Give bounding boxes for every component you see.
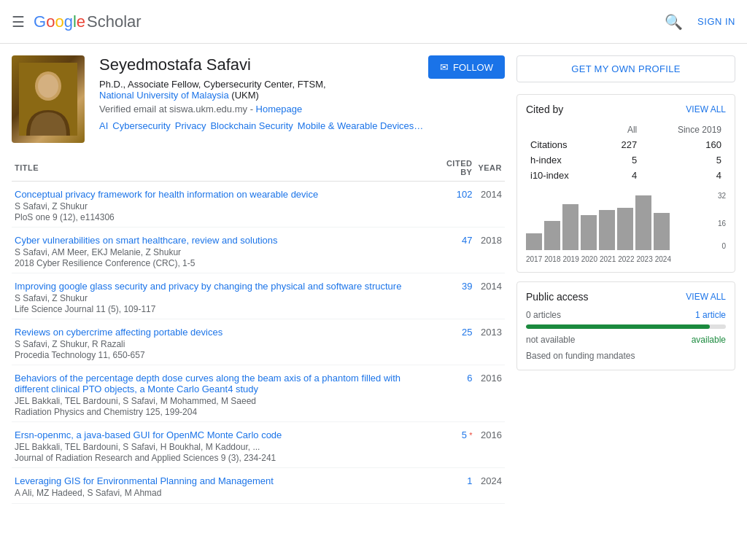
- col-year: YEAR: [475, 155, 505, 182]
- pub-title-link[interactable]: Improving google glass security and priv…: [15, 281, 432, 292]
- interest-cybersecurity[interactable]: Cybersecurity: [112, 120, 170, 131]
- pub-title-cell: Cyber vulnerabilities on smart healthcar…: [12, 228, 435, 273]
- sign-in-button[interactable]: SIGN IN: [697, 16, 735, 27]
- access-left-count: 0 articles: [526, 310, 561, 320]
- interest-blockchain[interactable]: Blockchain Security: [210, 120, 293, 131]
- search-icon[interactable]: 🔍: [665, 13, 683, 31]
- pub-cited-by[interactable]: 5 *: [435, 422, 476, 468]
- access-right-count: 1 article: [695, 310, 726, 320]
- pub-year: 2014: [475, 182, 505, 228]
- public-access-header: Public access VIEW ALL: [526, 291, 726, 303]
- profile-header: Seyedmostafa Safavi ✉ FOLLOW Ph.D., Asso…: [12, 55, 505, 143]
- pub-authors: A Ali, MZ Hadeed, S Safavi, M Ahmad: [15, 488, 432, 498]
- stats-cell-label: h-index: [526, 152, 602, 168]
- pub-title-link[interactable]: Cyber vulnerabilities on smart healthcar…: [15, 235, 432, 246]
- bar-wrap: [544, 221, 560, 250]
- cited-by-title: Cited by: [526, 104, 563, 115]
- bar-year-label: 2020: [581, 255, 597, 263]
- public-access-title: Public access: [526, 291, 589, 303]
- pub-title-cell: Behaviors of the percentage depth dose c…: [12, 365, 435, 422]
- interest-privacy[interactable]: Privacy: [175, 120, 206, 131]
- access-labels: not available available: [526, 335, 726, 345]
- bar-year-label: 2023: [637, 255, 653, 263]
- right-panel: GET MY OWN PROFILE Cited by VIEW ALL All…: [516, 55, 735, 504]
- interest-ai[interactable]: AI: [99, 120, 108, 131]
- get-own-profile-button[interactable]: GET MY OWN PROFILE: [516, 55, 735, 82]
- pub-title-link[interactable]: Conceptual privacy framework for health …: [15, 189, 432, 200]
- bar-year-label: 2018: [544, 255, 560, 263]
- pub-title-link[interactable]: Leveraging GIS for Environmental Plannin…: [15, 475, 432, 486]
- pub-authors: S Safavi, AM Meer, EKJ Melanie, Z Shukur: [15, 247, 432, 257]
- bar-year-label: 2021: [600, 255, 616, 263]
- pub-cited-by[interactable]: 102: [435, 182, 476, 228]
- not-available-label: not available: [526, 335, 575, 345]
- avatar: [12, 55, 85, 143]
- bar-wrap: [581, 215, 597, 250]
- table-row: Reviews on cybercrime affecting portable…: [12, 319, 505, 365]
- bar-label-wrap: 2020: [581, 253, 597, 263]
- pub-authors: S Safavi, Z Shukur: [15, 201, 432, 211]
- pub-authors: JEL Bakkali, TEL Bardouni, S Safavi, M M…: [15, 396, 432, 406]
- pub-title-cell: Leveraging GIS for Environmental Plannin…: [12, 468, 435, 504]
- chart-bar: [617, 208, 633, 250]
- avatar-image: [12, 55, 85, 143]
- pub-venue: Procedia Technology 11, 650-657: [15, 350, 432, 360]
- stats-cell-since: 5: [641, 152, 726, 168]
- stats-cell-all: 5: [602, 152, 641, 168]
- pub-cited-by[interactable]: 6: [435, 365, 476, 422]
- public-access-view-all[interactable]: VIEW ALL: [686, 292, 726, 302]
- bar-wrap: [654, 213, 670, 250]
- table-row: Behaviors of the percentage depth dose c…: [12, 365, 505, 422]
- funding-note: Based on funding mandates: [526, 351, 726, 361]
- chart-bar: [526, 233, 542, 250]
- chart-mid-label: 16: [718, 219, 726, 228]
- profile-affiliation: Ph.D., Associate Fellow, Cybersecurity C…: [99, 79, 505, 101]
- pub-venue: Radiation Physics and Chemistry 125, 199…: [15, 407, 432, 417]
- pub-title-link[interactable]: Behaviors of the percentage depth dose c…: [15, 373, 432, 394]
- cited-by-view-all[interactable]: VIEW ALL: [686, 104, 726, 114]
- profile-name: Seyedmostafa Safavi: [99, 55, 251, 74]
- menu-icon[interactable]: ☰: [12, 13, 25, 31]
- main-content: Seyedmostafa Safavi ✉ FOLLOW Ph.D., Asso…: [0, 44, 747, 516]
- bar-wrap: [617, 208, 633, 250]
- envelope-icon: ✉: [440, 61, 449, 73]
- interest-mobile[interactable]: Mobile & Wearable Devices…: [298, 120, 423, 131]
- col-title: TITLE: [12, 155, 435, 182]
- profile-info: Seyedmostafa Safavi ✉ FOLLOW Ph.D., Asso…: [99, 55, 505, 131]
- col-cited-by: CITED BY: [435, 155, 476, 182]
- access-counts-row: 0 articles 1 article: [526, 310, 726, 320]
- pub-title-cell: Conceptual privacy framework for health …: [12, 182, 435, 228]
- pub-cited-by[interactable]: 25: [435, 319, 476, 365]
- stats-cell-since: 160: [641, 137, 726, 152]
- stats-cell-all: 4: [602, 168, 641, 183]
- chart-min-label: 0: [721, 242, 726, 250]
- pub-cited-by[interactable]: 39: [435, 273, 476, 319]
- stats-cell-since: 4: [641, 168, 726, 183]
- pub-venue: 2018 Cyber Resilience Conference (CRC), …: [15, 258, 432, 268]
- follow-label: FOLLOW: [453, 62, 493, 73]
- cited-by-section: Cited by VIEW ALL All Since 2019 Citatio…: [516, 94, 735, 273]
- homepage-link[interactable]: Homepage: [256, 104, 303, 114]
- bar-year-label: 2017: [526, 255, 542, 263]
- bar-wrap: [635, 195, 651, 250]
- logo-o2: o: [55, 12, 63, 31]
- bar-wrap: [526, 233, 542, 250]
- pub-title-link[interactable]: Ersn-openmc, a java-based GUI for OpenMC…: [15, 429, 432, 440]
- bar-year-label: 2022: [618, 255, 634, 263]
- bar-label-wrap: 2017: [526, 253, 542, 263]
- app-logo[interactable]: Google Scholar: [34, 12, 142, 31]
- pub-cited-by[interactable]: 47: [435, 228, 476, 273]
- bar-wrap: [562, 204, 578, 250]
- pub-cited-by[interactable]: 1: [435, 468, 476, 504]
- publications-table: TITLE CITED BY YEAR Conceptual privacy f…: [12, 155, 505, 504]
- university-link[interactable]: National University of Malaysia: [99, 90, 229, 101]
- pub-title-link[interactable]: Reviews on cybercrime affecting portable…: [15, 327, 432, 338]
- pub-venue: Journal of Radiation Research and Applie…: [15, 453, 432, 463]
- app-header: ☰ Google Scholar 🔍 SIGN IN: [0, 0, 747, 44]
- pub-title-cell: Improving google glass security and priv…: [12, 273, 435, 319]
- stats-col-all: All: [602, 122, 641, 137]
- stats-col-empty: [526, 122, 602, 137]
- pub-authors: S Safavi, Z Shukur, R Razali: [15, 339, 432, 349]
- chart-max-label: 32: [718, 192, 726, 200]
- follow-button[interactable]: ✉ FOLLOW: [428, 55, 505, 79]
